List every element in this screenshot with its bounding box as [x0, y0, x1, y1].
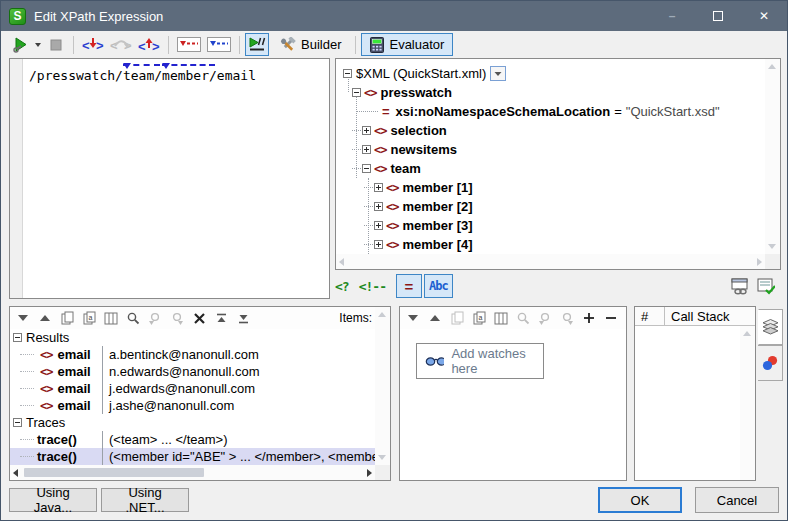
insert-tracepoint-button[interactable]	[174, 33, 204, 56]
xpath-expression-editor[interactable]: /presswatch/team/member/email	[9, 58, 330, 299]
evaluator-button[interactable]: Evaluator	[361, 33, 453, 56]
step-out-button[interactable]: <>	[135, 33, 163, 56]
next-watch-button[interactable]	[404, 309, 422, 327]
collapse-icon[interactable]	[13, 418, 22, 427]
tree-node-member-3[interactable]: <> member [3]	[336, 216, 765, 235]
tree-display-options: <? <!-- = Abc	[335, 273, 781, 299]
toggle-text-content[interactable]: Abc	[424, 274, 453, 298]
tab-call-stack[interactable]	[758, 309, 783, 345]
show-columns-button[interactable]	[492, 309, 510, 327]
scroll-right-icon[interactable]	[757, 258, 762, 266]
traces-group-header[interactable]: Traces	[10, 414, 375, 431]
minimize-button[interactable]: –	[649, 1, 695, 31]
tree-node-member-4[interactable]: <> member [4]	[336, 235, 765, 254]
vertical-scrollbar[interactable]	[740, 326, 755, 480]
scroll-down-icon[interactable]	[378, 455, 386, 460]
scroll-to-bottom-button[interactable]	[234, 309, 252, 327]
find-next-button[interactable]	[558, 309, 576, 327]
scroll-up-icon[interactable]	[743, 331, 751, 336]
tree-node-presswatch[interactable]: <> presswatch	[336, 83, 765, 102]
source-select-dropdown[interactable]	[490, 66, 506, 81]
close-button[interactable]: ✕	[741, 1, 787, 31]
results-group-header[interactable]: Results	[10, 329, 375, 346]
column-header-number[interactable]: #	[635, 307, 665, 325]
expand-icon[interactable]	[374, 202, 383, 211]
search-icon	[516, 311, 530, 325]
collapse-icon[interactable]	[343, 69, 352, 78]
start-debugging-button[interactable]	[9, 33, 44, 56]
tree-node-attribute[interactable]: = xsi:noNamespaceSchemaLocation = "Quick…	[336, 102, 765, 121]
find-previous-button[interactable]	[146, 309, 164, 327]
evaluate-on-typing-button[interactable]	[245, 33, 269, 56]
result-row[interactable]: <>email j.edwards@nanonull.com	[10, 380, 375, 397]
scroll-to-top-button[interactable]	[212, 309, 230, 327]
add-watch-button[interactable]	[580, 309, 598, 327]
collapse-icon[interactable]	[352, 88, 361, 97]
cancel-button[interactable]: Cancel	[695, 487, 779, 513]
scroll-right-icon[interactable]	[367, 469, 372, 477]
find-previous-button[interactable]	[536, 309, 554, 327]
using-dotnet-button[interactable]: Using .NET...	[101, 488, 189, 512]
scroll-down-icon[interactable]	[768, 244, 776, 249]
scroll-left-icon[interactable]	[339, 258, 344, 266]
find-button[interactable]	[124, 309, 142, 327]
copy-line-button[interactable]	[448, 309, 466, 327]
builder-button[interactable]: Builder	[269, 33, 350, 56]
run-dropdown-icon[interactable]	[35, 43, 41, 47]
using-java-button[interactable]: Using Java...	[9, 488, 97, 512]
previous-result-button[interactable]	[36, 309, 54, 327]
vertical-scrollbar[interactable]	[375, 307, 390, 465]
scroll-left-icon[interactable]	[13, 469, 18, 477]
step-over-button[interactable]: <>	[107, 33, 135, 56]
tab-breakpoints[interactable]	[758, 345, 783, 381]
copy-all-button[interactable]: a	[470, 309, 488, 327]
scroll-up-icon[interactable]	[768, 64, 776, 69]
previous-watch-button[interactable]	[426, 309, 444, 327]
toggle-attributes[interactable]: =	[396, 274, 422, 298]
collapse-icon[interactable]	[13, 333, 22, 342]
link-to-editor-button[interactable]	[731, 277, 749, 295]
scroll-up-icon[interactable]	[378, 312, 386, 317]
show-columns-button[interactable]	[102, 309, 120, 327]
ok-button[interactable]: OK	[598, 487, 682, 513]
collapse-icon[interactable]	[362, 164, 371, 173]
vertical-scrollbar[interactable]	[765, 59, 780, 254]
tree-node-member-2[interactable]: <> member [2]	[336, 197, 765, 216]
expand-icon[interactable]	[362, 126, 371, 135]
copy-line-button[interactable]	[58, 309, 76, 327]
expand-icon[interactable]	[374, 183, 383, 192]
tree-node-selection[interactable]: <> selection	[336, 121, 765, 140]
step-over-icon: <>	[110, 37, 132, 53]
clear-button[interactable]	[190, 309, 208, 327]
tree-node-member-1[interactable]: <> member [1]	[336, 178, 765, 197]
find-next-button[interactable]	[168, 309, 186, 327]
toggle-xml-declaration[interactable]: <?	[335, 279, 349, 294]
expand-icon[interactable]	[374, 221, 383, 230]
expand-icon[interactable]	[374, 240, 383, 249]
insert-breakpoint-button[interactable]	[204, 33, 234, 56]
tree-root-row[interactable]: $XML (QuickStart.xml)	[336, 64, 765, 83]
trace-row-selected[interactable]: trace() (<member id="ABE" > ... </member…	[10, 448, 375, 465]
add-watch-entry[interactable]: Add watches here	[416, 343, 544, 379]
expand-icon[interactable]	[362, 145, 371, 154]
result-row[interactable]: <>email a.bentinck@nanonull.com	[10, 346, 375, 363]
trace-row[interactable]: trace() (<team> ... </team>)	[10, 431, 375, 448]
column-header-callstack[interactable]: Call Stack	[665, 307, 730, 325]
horizontal-scrollbar[interactable]	[336, 254, 765, 269]
scrollbar-thumb[interactable]	[24, 468, 204, 477]
validate-button[interactable]	[757, 277, 775, 295]
find-button[interactable]	[514, 309, 532, 327]
result-row[interactable]: <>email j.ashe@nanonull.com	[10, 397, 375, 414]
copy-all-button[interactable]: a	[80, 309, 98, 327]
stop-debugging-button[interactable]	[44, 33, 68, 56]
result-row[interactable]: <>email n.edwards@nanonull.com	[10, 363, 375, 380]
remove-watch-button[interactable]	[602, 309, 620, 327]
tree-node-newsitems[interactable]: <> newsitems	[336, 140, 765, 159]
maximize-button[interactable]	[695, 1, 741, 31]
tree-node-team[interactable]: <> team	[336, 159, 765, 178]
horizontal-scrollbar[interactable]	[10, 465, 375, 480]
next-result-button[interactable]	[14, 309, 32, 327]
xpath-expression[interactable]: /presswatch/team/member/email	[23, 59, 256, 298]
toggle-comments[interactable]: <!--	[359, 279, 386, 294]
step-into-button[interactable]: <>	[79, 33, 107, 56]
